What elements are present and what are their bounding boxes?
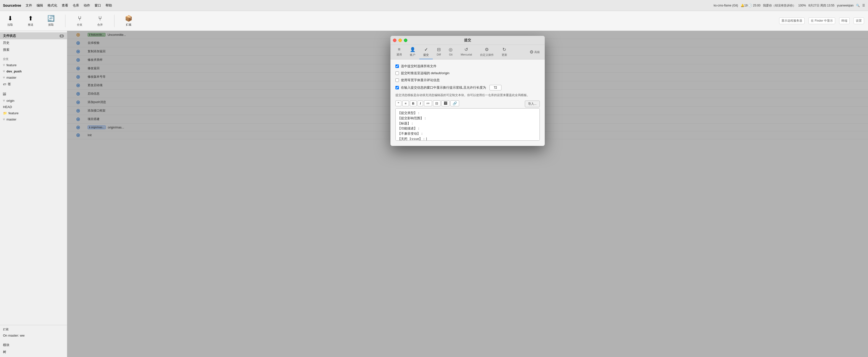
tab-custom[interactable]: ⚙ 自定义操作 [476, 45, 498, 59]
tab-commit[interactable]: ✓ 提交 [419, 45, 433, 59]
sidebar-item-head[interactable]: HEAD [0, 104, 67, 110]
fetch-icon: 🔄 [47, 15, 55, 22]
monospace-checkbox[interactable] [396, 79, 399, 82]
custom-tab-icon: ⚙ [485, 47, 489, 52]
column-width-input[interactable] [490, 85, 501, 90]
merge-button[interactable]: ⑂ 合并 [94, 15, 106, 27]
menu-help[interactable]: 帮助 [105, 3, 112, 8]
pull-button[interactable]: ⬇ 拉取 [4, 15, 17, 27]
terminal-button[interactable]: 终端 [839, 18, 849, 24]
menu-format[interactable]: 格式化 [48, 3, 57, 8]
head-label: HEAD [3, 105, 12, 109]
feature-label: feature [6, 63, 17, 67]
remote-master-label: master [6, 118, 17, 121]
mercurial-tab-icon: ↺ [464, 47, 468, 52]
search-icon[interactable]: 🔍 [856, 4, 860, 7]
push-label: 推送 [28, 23, 33, 27]
diff-tab-icon: ⊟ [437, 47, 441, 52]
advanced-button[interactable]: ⚙ 高级 [527, 45, 543, 59]
tab-general[interactable]: ≡ 通用 [393, 45, 406, 59]
stash-button[interactable]: 📦 贮藏 [122, 15, 135, 27]
minimize-button[interactable] [398, 38, 402, 42]
sidebar-item-stash-1[interactable]: On master: ww [0, 332, 67, 338]
menu-edit[interactable]: 编辑 [37, 3, 43, 8]
remote-feature-label: feature [8, 111, 19, 115]
modal-window-controls [393, 38, 407, 42]
select-all-checkbox[interactable] [396, 64, 399, 68]
tab-update[interactable]: ↻ 更新 [498, 45, 511, 59]
sidebar-item-tag[interactable]: 🏷 签 [0, 81, 67, 88]
link-toolbar-button[interactable]: 🔗 [451, 100, 459, 106]
sidebar-item-remote-master[interactable]: ⑂ master [0, 116, 67, 122]
push-remote-checkbox[interactable] [396, 71, 399, 75]
remote-master-icon: ⑂ [3, 118, 5, 121]
maximize-button[interactable] [404, 38, 407, 42]
settings-button[interactable]: 设置 [854, 18, 864, 24]
menubar-right: ks-cms-flame (Git) 🔔19 🕒 25:00 我爱你（却没有告诉… [714, 0, 865, 11]
template-toolbar: " ≡ B I ≔ ⊟ 🖼 🔗 [396, 100, 459, 106]
sidebar-item-origin[interactable]: ⑂ origin [0, 97, 67, 104]
clock-status: 🔔19 🕒 25:00 [741, 4, 761, 7]
tab-git[interactable]: ◎ Git [445, 45, 457, 59]
ordered-list-button[interactable]: ⊟ [433, 100, 440, 106]
bold-toolbar-button[interactable]: B [410, 100, 416, 106]
mercurial-tab-label: Mercurial [461, 53, 472, 56]
general-tab-label: 通用 [396, 53, 402, 57]
col-line-checkbox[interactable] [396, 86, 399, 89]
unordered-list-button[interactable]: ≔ [424, 100, 432, 106]
fetch-button[interactable]: 🔄 抓取 [45, 15, 57, 27]
folder-icon: 📁 [3, 111, 7, 115]
origin-icon: ⑂ [3, 99, 5, 102]
stash-header: 贮藏 [0, 327, 67, 332]
import-button[interactable]: 导入... [525, 100, 540, 107]
sidebar: 文件状态 1 历史 搜索 分支 ⑂ feature ⑂ dev_push ⑂ m… [0, 31, 67, 357]
preferences-modal: 提交 ≡ 通用 👤 账户 ✓ 提交 [391, 36, 545, 146]
menu-repo[interactable]: 仓库 [73, 3, 79, 8]
close-button[interactable] [393, 38, 396, 42]
zoom-level: 100% [798, 4, 806, 7]
sidebar-item-feature[interactable]: ⑂ feature [0, 62, 67, 68]
sidebar-item-modules[interactable]: 模块 [0, 341, 67, 349]
tab-diff[interactable]: ⊟ Diff [433, 45, 445, 59]
tab-account[interactable]: 👤 账户 [406, 45, 419, 59]
main-area: 文件状态 1 历史 搜索 分支 ⑂ feature ⑂ dev_push ⑂ m… [0, 31, 868, 357]
modal-title: 提交 [464, 38, 471, 42]
checkbox-row-push-remote: 提交时推送至远端的 default/origin [396, 71, 540, 76]
sidebar-item-tree[interactable]: 树 [0, 349, 67, 356]
control-icon[interactable]: ☰ [862, 4, 865, 7]
show-remote-button[interactable]: 显示远程服务器 [779, 18, 805, 24]
menu-action[interactable]: 动作 [84, 3, 90, 8]
quote-toolbar-button[interactable]: " [396, 100, 401, 106]
pull-label: 拉取 [7, 23, 13, 27]
template-textarea[interactable]: 【提交类型】： 【提交影响范围】： 【标题】： 【功能描述】： 【不兼容变动】：… [396, 108, 540, 141]
toolbar-right-buttons: 显示远程服务器 在 Finder 中显示 终端 设置 [779, 18, 864, 24]
sidebar-item-master[interactable]: ⑂ master [0, 75, 67, 81]
merge-label: 合并 [97, 23, 103, 27]
sidebar-item-search[interactable]: 搜索 [0, 46, 67, 53]
fetch-label: 抓取 [48, 23, 54, 27]
toolbar-separator-2 [114, 15, 115, 27]
align-toolbar-button[interactable]: ≡ [402, 100, 409, 106]
template-description: 提交消息模板是自动填充消息编辑器的可定制文本块。你可以使用任一仓库的设置来覆盖此… [396, 93, 540, 97]
italic-toolbar-button[interactable]: I [417, 100, 423, 106]
custom-tab-label: 自定义操作 [480, 53, 494, 57]
push-remote-label: 提交时推送至远端的 default/origin [401, 71, 450, 76]
tab-mercurial[interactable]: ↺ Mercurial [457, 45, 476, 59]
tree-label: 树 [3, 350, 6, 354]
image-toolbar-button[interactable]: 🖼 [441, 100, 450, 106]
sidebar-item-remote-feature[interactable]: 📁 feature [0, 110, 67, 116]
sidebar-item-history[interactable]: 历史 [0, 39, 67, 46]
sidebar-item-file-status[interactable]: 文件状态 1 [0, 32, 67, 39]
diff-tab-label: Diff [437, 53, 441, 56]
show-finder-button[interactable]: 在 Finder 中显示 [808, 18, 835, 24]
branch-button[interactable]: ⑂ 分支 [73, 15, 86, 27]
menu-view[interactable]: 查看 [62, 3, 68, 8]
sidebar-item-dev-push[interactable]: ⑂ dev_push [0, 68, 67, 75]
checkbox-row-monospace: 使用等宽字体显示评论信息 [396, 78, 540, 82]
menu-file[interactable]: 文件 [26, 3, 32, 8]
branch-icon-feature: ⑂ [3, 63, 5, 67]
checkbox-row-select-all: 选中提交时选择所有文件 [396, 64, 540, 68]
sidebar-item-mole[interactable]: 鼹 [0, 91, 67, 97]
push-button[interactable]: ⬆ 推送 [24, 15, 37, 27]
menu-window[interactable]: 窗口 [95, 3, 101, 8]
